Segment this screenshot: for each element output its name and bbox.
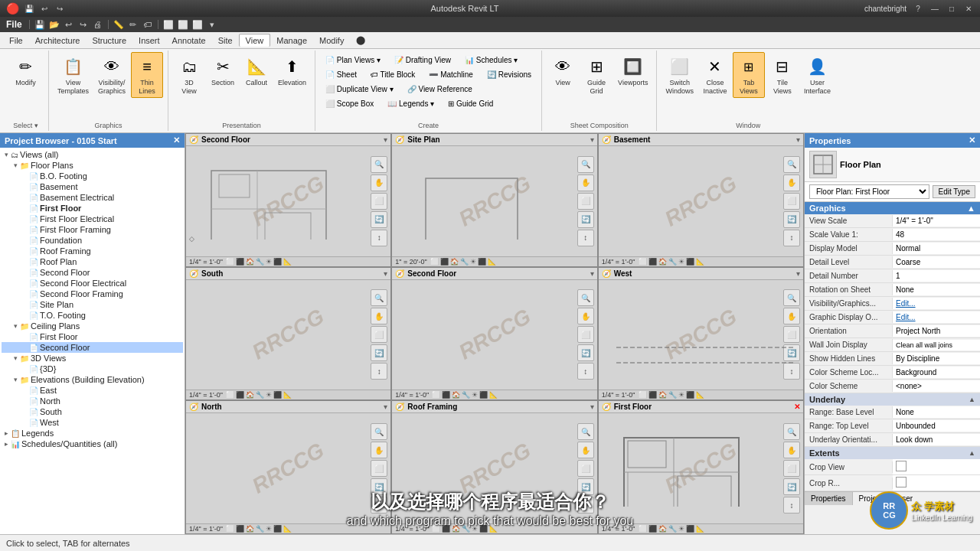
pp-value-top-level[interactable]: Unbounded (893, 420, 980, 432)
tree-item-north[interactable]: 📄 North (2, 396, 183, 406)
sp-fi5[interactable]: ☀ (470, 258, 476, 266)
ff-fi1[interactable]: ⬜ (639, 525, 647, 533)
qt-open[interactable]: 📂 (48, 18, 60, 31)
view-content-sp[interactable]: RRCCG 🔍 ✋ ⬜ 🔄 ↕ (392, 146, 596, 256)
view-content-bsmt[interactable]: RRCCG 🔍 ✋ ⬜ 🔄 ↕ (599, 146, 803, 256)
maximize-btn[interactable]: □ (946, 3, 957, 14)
ff-fi7[interactable]: 📐 (696, 525, 704, 533)
ribbon-btn-user-interface[interactable]: 👤 UserInterface (800, 52, 835, 98)
sp-fi3[interactable]: 🏠 (450, 258, 459, 266)
menu-view[interactable]: View (239, 34, 271, 47)
w-fi7[interactable]: 📐 (696, 391, 704, 399)
pp-value-detail-level[interactable]: Coarse (893, 256, 980, 268)
nav-pan-south[interactable]: ✋ (371, 308, 387, 324)
n-fi3[interactable]: 🏠 (246, 525, 254, 533)
tree-item-basement-elec[interactable]: 📄 Basement Electrical (2, 192, 183, 203)
ribbon-btn-3d[interactable]: 🗂 3DView (173, 52, 205, 98)
fi2[interactable]: ⬛ (236, 258, 244, 266)
minimize-btn[interactable]: — (929, 3, 940, 14)
nav-3d-sf2[interactable]: 🔄 (577, 344, 594, 361)
pp-value-display-model[interactable]: Normal (893, 243, 980, 254)
pp-value-underlay-orient[interactable]: Look down (893, 434, 980, 445)
tree-item-south[interactable]: 📄 South (2, 406, 183, 417)
view-content-sf1[interactable]: RRCCG 🔍 ✋ ⬜ 🔄 ↕ ◇ (186, 146, 390, 256)
qt-redo[interactable]: ↪ (77, 18, 90, 31)
fi7[interactable]: 📐 (283, 258, 292, 266)
pp-edit-type-btn[interactable]: Edit Type (933, 185, 975, 198)
help-btn[interactable]: ? (913, 3, 923, 14)
pp-value-wall-join[interactable]: Clean all wall joins (893, 340, 980, 350)
tree-item-schedules[interactable]: ▸ 📊 Schedules/Quantities (all) (2, 439, 183, 449)
s-fi1[interactable]: ⬜ (226, 391, 234, 399)
sf2-fi1[interactable]: ⬜ (432, 391, 440, 399)
tree-item-first-floor[interactable]: 📄 First Floor (2, 203, 183, 214)
file-btn[interactable]: File (3, 19, 25, 30)
tree-item-roof-plan[interactable]: 📄 Roof Plan (2, 256, 183, 267)
btn-duplicate-view[interactable]: ⬜ Duplicate View ▾ (322, 83, 397, 96)
btn-revisions[interactable]: 🔄 Revisions (483, 68, 535, 81)
n-fi7[interactable]: 📐 (283, 525, 292, 533)
nav-arrow-sp[interactable]: ↕ (577, 230, 594, 246)
crop-region-checkbox[interactable] (896, 477, 906, 487)
bsmt-fi5[interactable]: ☀ (678, 258, 684, 266)
expand-schedules[interactable]: ▸ (2, 440, 11, 448)
view-content-rf[interactable]: RRCCG 🔍 ✋ ⬜ 🔄 ↕ (392, 413, 596, 523)
tree-item-east[interactable]: 📄 East (2, 385, 183, 396)
w-fi2[interactable]: ⬛ (648, 391, 657, 399)
pp-value-color-scheme[interactable]: <none> (893, 380, 980, 392)
w-fi1[interactable]: ⬜ (639, 391, 647, 399)
tree-item-legends[interactable]: ▸ 📋 Legends (2, 428, 183, 439)
ff-fi5[interactable]: ☀ (678, 525, 684, 533)
nav-pan-sp[interactable]: ✋ (577, 174, 594, 191)
pb-content[interactable]: ▾ 🗂 Views (all) ▾ 📁 Floor Plans 📄 B.O. F… (0, 148, 185, 534)
menu-architecture[interactable]: Architecture (29, 34, 87, 47)
ribbon-btn-switch[interactable]: ⬜ SwitchWindows (662, 52, 697, 98)
tree-item-ceiling-second[interactable]: 📄 Second Floor (2, 342, 183, 353)
bsmt-fi1[interactable]: ⬜ (639, 258, 647, 266)
nav-arrow-sf2[interactable]: ↕ (577, 363, 594, 380)
btn-legends[interactable]: 📖 Legends ▾ (384, 97, 438, 110)
n-fi2[interactable]: ⬛ (236, 525, 244, 533)
qt-box1[interactable]: ⬜ (162, 18, 175, 31)
ff-fi2[interactable]: ⬛ (648, 525, 657, 533)
tree-item-first-floor-elec[interactable]: 📄 First Floor Electrical (2, 214, 183, 224)
qt-tag[interactable]: 🏷 (142, 18, 154, 31)
view-content-ff[interactable]: RRCCG 🔍 ✋ ⬜ 🔄 ↕ (599, 413, 803, 523)
tree-item-first-floor-framing[interactable]: 📄 First Floor Framing (2, 224, 183, 235)
s-fi7[interactable]: 📐 (283, 391, 292, 399)
tree-item-basement[interactable]: 📄 Basement (2, 181, 183, 192)
rf-fi6[interactable]: ⬛ (479, 525, 488, 533)
tree-item-ceiling-plans[interactable]: ▾ 📁 Ceiling Plans (2, 321, 183, 331)
pp-value-color-scheme-loc[interactable]: Background (893, 367, 980, 378)
menu-annotate[interactable]: Annotate (166, 34, 212, 47)
nav-zoom-bsmt[interactable]: 🔍 (783, 156, 800, 173)
pp-value-crop-region[interactable] (893, 475, 980, 491)
fi4[interactable]: 🔧 (256, 258, 264, 266)
pp-close-btn[interactable]: ✕ (969, 135, 975, 145)
qt-print[interactable]: 🖨 (92, 18, 104, 31)
btn-matchline[interactable]: ➖ Matchline (425, 68, 477, 81)
nav-3d-south[interactable]: 🔄 (371, 344, 387, 361)
nav-zoom-ff[interactable]: 🔍 (783, 423, 800, 440)
pp-value-orientation[interactable]: Project North (893, 325, 980, 337)
ribbon-btn-thin-lines[interactable]: ≡ ThinLines (131, 52, 163, 98)
menu-insert[interactable]: Insert (132, 34, 166, 47)
qt-box3[interactable]: ⬜ (191, 18, 204, 31)
qt-annotate[interactable]: ✏ (127, 18, 139, 31)
menu-structure[interactable]: Structure (86, 34, 132, 47)
nav-fit-south[interactable]: ⬜ (371, 326, 387, 343)
tree-item-site-plan[interactable]: 📄 Site Plan (2, 299, 183, 310)
nav-arrow-rf[interactable]: ↕ (577, 497, 594, 514)
n-fi4[interactable]: 🔧 (256, 525, 264, 533)
nav-fit-north[interactable]: ⬜ (371, 460, 387, 477)
view-menu-south[interactable]: ▾ (384, 269, 387, 278)
bsmt-fi6[interactable]: ⬛ (686, 258, 694, 266)
menu-extra[interactable]: ⬤ (350, 34, 371, 47)
qt-box4[interactable]: ▾ (206, 18, 218, 31)
nav-pan-sf2[interactable]: ✋ (577, 308, 594, 324)
nav-fit-bsmt[interactable]: ⬜ (783, 193, 800, 210)
sf2-fi6[interactable]: ⬛ (479, 391, 488, 399)
pp-value-crop-view[interactable] (893, 459, 980, 474)
s-fi6[interactable]: ⬛ (273, 391, 282, 399)
view-close-ff[interactable]: ✕ (794, 403, 800, 411)
